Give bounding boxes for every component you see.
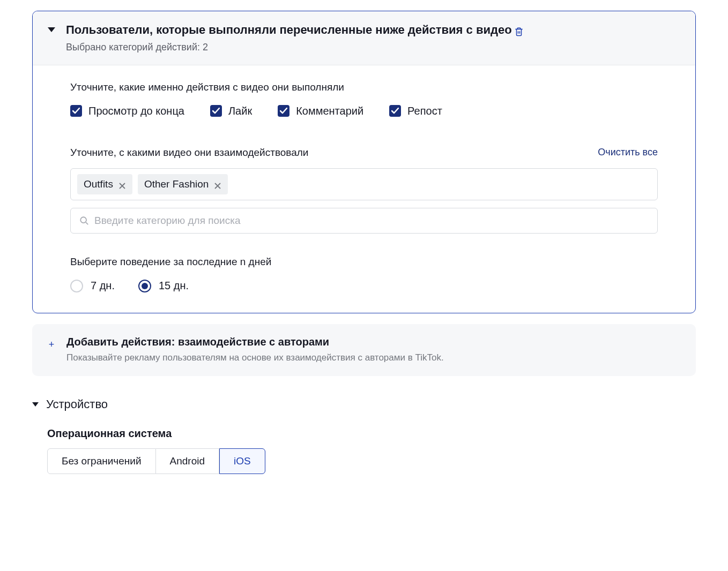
device-header[interactable]: Устройство <box>32 397 696 411</box>
segment-no-limit[interactable]: Без ограничений <box>47 448 156 474</box>
checkbox-icon <box>389 105 401 117</box>
add-creator-interaction-panel[interactable]: + Добавить действия: взаимодействие с ав… <box>32 324 696 376</box>
tag-label: Other Fashion <box>144 178 209 190</box>
checkbox-comment[interactable]: Комментарий <box>278 105 363 117</box>
selected-categories-box[interactable]: Outfits Other Fashion <box>70 168 658 200</box>
plus-icon: + <box>47 339 56 350</box>
checkbox-label: Комментарий <box>296 105 363 117</box>
interacted-label: Уточните, с какими видео они взаимодейст… <box>70 147 309 159</box>
chevron-down-icon <box>32 402 39 407</box>
panel-title-text: Пользователи, которые выполняли перечисл… <box>66 22 512 39</box>
trash-icon[interactable] <box>514 25 524 35</box>
add-panel-content: Добавить действия: взаимодействие с авто… <box>66 336 444 364</box>
video-actions-panel: Пользователи, которые выполняли перечисл… <box>32 11 696 313</box>
radio-7-days[interactable]: 7 дн. <box>70 280 115 292</box>
radio-row: 7 дн. 15 дн. <box>70 280 658 292</box>
refine-actions-label: Уточните, какие именно действия с видео … <box>70 81 658 93</box>
chevron-down-icon[interactable] <box>48 27 55 32</box>
checkbox-icon <box>278 105 289 117</box>
checkbox-label: Просмотр до конца <box>88 105 184 117</box>
checkbox-label: Лайк <box>228 105 252 117</box>
radio-icon <box>138 280 151 292</box>
radio-15-days[interactable]: 15 дн. <box>138 280 189 292</box>
checkbox-icon <box>70 105 82 117</box>
add-panel-desc: Показывайте рекламу пользователям на осн… <box>66 351 444 364</box>
add-panel-title: Добавить действия: взаимодействие с авто… <box>66 336 444 348</box>
checkbox-watch-complete[interactable]: Просмотр до конца <box>70 105 184 117</box>
checkbox-like[interactable]: Лайк <box>210 105 252 117</box>
radio-icon <box>70 280 83 292</box>
checkbox-label: Репост <box>407 105 442 117</box>
panel-subtitle: Выбрано категорий действий: 2 <box>66 42 680 53</box>
radio-label: 15 дн. <box>159 280 189 292</box>
checkbox-icon <box>210 105 222 117</box>
search-icon <box>79 216 89 226</box>
device-title: Устройство <box>46 397 108 411</box>
close-icon[interactable] <box>214 181 221 188</box>
category-search-input[interactable] <box>94 215 649 227</box>
segment-android[interactable]: Android <box>156 448 220 474</box>
panel-title: Пользователи, которые выполняли перечисл… <box>66 22 680 39</box>
svg-point-0 <box>80 217 86 223</box>
panel-body: Уточните, какие именно действия с видео … <box>33 65 695 313</box>
checkbox-repost[interactable]: Репост <box>389 105 442 117</box>
device-section: Устройство Операционная система Без огра… <box>32 397 696 474</box>
tag-other-fashion: Other Fashion <box>138 174 228 194</box>
os-segment-row: Без ограничений Android iOS <box>47 448 696 474</box>
tag-outfits: Outfits <box>77 174 132 194</box>
panel-header-content: Пользователи, которые выполняли перечисл… <box>66 22 680 53</box>
radio-label: 7 дн. <box>91 280 115 292</box>
clear-all-link[interactable]: Очистить все <box>598 147 658 158</box>
checkbox-row: Просмотр до конца Лайк Комментарий Репос… <box>70 105 658 117</box>
interacted-header-row: Уточните, с какими видео они взаимодейст… <box>70 147 658 159</box>
tag-label: Outfits <box>84 178 113 190</box>
behavior-days-label: Выберите поведение за последние n дней <box>70 256 658 268</box>
segment-ios[interactable]: iOS <box>219 448 265 474</box>
category-search-box[interactable] <box>70 208 658 234</box>
close-icon[interactable] <box>118 181 126 188</box>
panel-header[interactable]: Пользователи, которые выполняли перечисл… <box>33 11 695 65</box>
os-label: Операционная система <box>47 427 696 440</box>
